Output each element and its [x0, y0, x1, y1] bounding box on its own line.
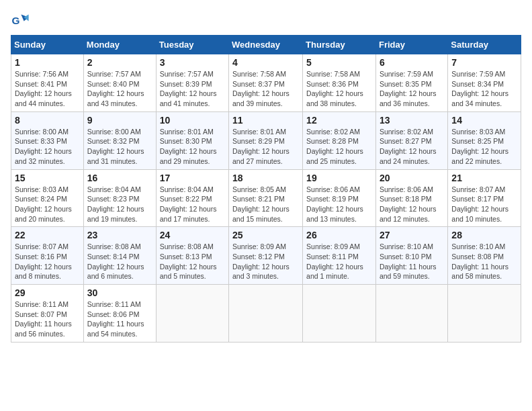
day-number: 2: [87, 57, 152, 68]
day-info: Sunrise: 8:04 AM Sunset: 8:22 PM Dayligh…: [160, 185, 225, 224]
day-info: Sunrise: 8:10 AM Sunset: 8:08 PM Dayligh…: [451, 242, 517, 281]
week-row-3: 15Sunrise: 8:03 AM Sunset: 8:24 PM Dayli…: [11, 169, 521, 227]
day-cell: 16Sunrise: 8:04 AM Sunset: 8:23 PM Dayli…: [83, 169, 156, 227]
day-info: Sunrise: 8:10 AM Sunset: 8:10 PM Dayligh…: [380, 242, 444, 281]
day-info: Sunrise: 8:06 AM Sunset: 8:19 PM Dayligh…: [306, 185, 372, 224]
day-cell: 10Sunrise: 8:01 AM Sunset: 8:30 PM Dayli…: [156, 111, 228, 169]
day-info: Sunrise: 8:03 AM Sunset: 8:24 PM Dayligh…: [15, 185, 80, 224]
day-number: 16: [87, 173, 152, 183]
day-cell: [229, 285, 303, 342]
day-cell: 20Sunrise: 8:06 AM Sunset: 8:18 PM Dayli…: [375, 169, 447, 227]
day-number: 15: [15, 173, 80, 183]
day-cell: 21Sunrise: 8:07 AM Sunset: 8:17 PM Dayli…: [448, 169, 521, 227]
day-cell: 8Sunrise: 8:00 AM Sunset: 8:33 PM Daylig…: [11, 111, 84, 169]
day-cell: 17Sunrise: 8:04 AM Sunset: 8:22 PM Dayli…: [156, 169, 228, 227]
day-cell: 5Sunrise: 7:58 AM Sunset: 8:36 PM Daylig…: [303, 54, 376, 112]
day-cell: 4Sunrise: 7:58 AM Sunset: 8:37 PM Daylig…: [229, 54, 303, 112]
day-number: 6: [380, 57, 444, 68]
day-cell: [156, 285, 228, 342]
calendar-header-row: SundayMondayTuesdayWednesdayThursdayFrid…: [11, 36, 521, 54]
day-cell: 6Sunrise: 7:59 AM Sunset: 8:35 PM Daylig…: [375, 54, 447, 112]
logo-icon: G: [11, 11, 30, 30]
day-number: 14: [451, 115, 517, 126]
day-info: Sunrise: 8:04 AM Sunset: 8:23 PM Dayligh…: [87, 185, 152, 224]
day-cell: 27Sunrise: 8:10 AM Sunset: 8:10 PM Dayli…: [375, 227, 447, 285]
day-number: 17: [160, 173, 225, 183]
day-number: 3: [160, 57, 225, 68]
day-info: Sunrise: 8:05 AM Sunset: 8:21 PM Dayligh…: [232, 185, 299, 224]
day-cell: [375, 285, 447, 342]
header-tuesday: Tuesday: [156, 36, 228, 54]
day-cell: [303, 285, 376, 342]
day-number: 23: [87, 230, 152, 240]
day-info: Sunrise: 8:09 AM Sunset: 8:11 PM Dayligh…: [306, 242, 372, 281]
day-info: Sunrise: 8:11 AM Sunset: 8:07 PM Dayligh…: [15, 300, 80, 339]
day-number: 11: [232, 115, 299, 126]
day-info: Sunrise: 8:07 AM Sunset: 8:17 PM Dayligh…: [451, 185, 517, 224]
day-cell: 28Sunrise: 8:10 AM Sunset: 8:08 PM Dayli…: [448, 227, 521, 285]
day-cell: 19Sunrise: 8:06 AM Sunset: 8:19 PM Dayli…: [303, 169, 376, 227]
header-thursday: Thursday: [303, 36, 376, 54]
day-info: Sunrise: 8:02 AM Sunset: 8:27 PM Dayligh…: [380, 127, 444, 167]
day-info: Sunrise: 8:00 AM Sunset: 8:33 PM Dayligh…: [15, 127, 80, 167]
day-cell: 25Sunrise: 8:09 AM Sunset: 8:12 PM Dayli…: [229, 227, 303, 285]
day-cell: 2Sunrise: 7:57 AM Sunset: 8:40 PM Daylig…: [83, 54, 156, 112]
day-cell: 22Sunrise: 8:07 AM Sunset: 8:16 PM Dayli…: [11, 227, 84, 285]
header-friday: Friday: [375, 36, 447, 54]
svg-text:G: G: [11, 15, 19, 26]
day-cell: 12Sunrise: 8:02 AM Sunset: 8:28 PM Dayli…: [303, 111, 376, 169]
day-number: 24: [160, 230, 225, 240]
day-number: 4: [232, 57, 299, 68]
day-number: 26: [306, 230, 372, 240]
day-cell: 18Sunrise: 8:05 AM Sunset: 8:21 PM Dayli…: [229, 169, 303, 227]
day-info: Sunrise: 8:11 AM Sunset: 8:06 PM Dayligh…: [87, 300, 152, 339]
day-info: Sunrise: 8:08 AM Sunset: 8:13 PM Dayligh…: [160, 242, 225, 281]
day-cell: 9Sunrise: 8:00 AM Sunset: 8:32 PM Daylig…: [83, 111, 156, 169]
day-number: 20: [380, 173, 444, 183]
header-wednesday: Wednesday: [229, 36, 303, 54]
week-row-2: 8Sunrise: 8:00 AM Sunset: 8:33 PM Daylig…: [11, 111, 521, 169]
week-row-1: 1Sunrise: 7:56 AM Sunset: 8:41 PM Daylig…: [11, 54, 521, 112]
day-number: 7: [451, 57, 517, 68]
day-info: Sunrise: 8:08 AM Sunset: 8:14 PM Dayligh…: [87, 242, 152, 281]
week-row-4: 22Sunrise: 8:07 AM Sunset: 8:16 PM Dayli…: [11, 227, 521, 285]
day-number: 29: [15, 287, 80, 298]
day-number: 5: [306, 57, 372, 68]
day-info: Sunrise: 7:58 AM Sunset: 8:37 PM Dayligh…: [232, 69, 299, 109]
day-cell: 30Sunrise: 8:11 AM Sunset: 8:06 PM Dayli…: [83, 285, 156, 342]
day-info: Sunrise: 7:59 AM Sunset: 8:35 PM Dayligh…: [380, 69, 444, 109]
calendar-body: 1Sunrise: 7:56 AM Sunset: 8:41 PM Daylig…: [11, 54, 521, 342]
day-cell: 26Sunrise: 8:09 AM Sunset: 8:11 PM Dayli…: [303, 227, 376, 285]
day-info: Sunrise: 8:07 AM Sunset: 8:16 PM Dayligh…: [15, 242, 80, 281]
day-number: 18: [232, 173, 299, 183]
day-cell: 15Sunrise: 8:03 AM Sunset: 8:24 PM Dayli…: [11, 169, 84, 227]
header-monday: Monday: [83, 36, 156, 54]
day-cell: 23Sunrise: 8:08 AM Sunset: 8:14 PM Dayli…: [83, 227, 156, 285]
day-cell: 14Sunrise: 8:03 AM Sunset: 8:25 PM Dayli…: [448, 111, 521, 169]
day-number: 19: [306, 173, 372, 183]
day-info: Sunrise: 8:01 AM Sunset: 8:29 PM Dayligh…: [232, 127, 299, 167]
day-cell: 29Sunrise: 8:11 AM Sunset: 8:07 PM Dayli…: [11, 285, 84, 342]
day-info: Sunrise: 8:01 AM Sunset: 8:30 PM Dayligh…: [160, 127, 225, 167]
day-info: Sunrise: 7:58 AM Sunset: 8:36 PM Dayligh…: [306, 69, 372, 109]
day-info: Sunrise: 8:03 AM Sunset: 8:25 PM Dayligh…: [451, 127, 517, 167]
day-number: 21: [451, 173, 517, 183]
day-number: 30: [87, 287, 152, 298]
day-number: 22: [15, 230, 80, 240]
logo: G: [11, 11, 32, 30]
day-info: Sunrise: 7:56 AM Sunset: 8:41 PM Dayligh…: [15, 69, 80, 109]
day-number: 13: [380, 115, 444, 126]
day-info: Sunrise: 8:09 AM Sunset: 8:12 PM Dayligh…: [232, 242, 299, 281]
header-sunday: Sunday: [11, 36, 84, 54]
day-number: 25: [232, 230, 299, 240]
day-cell: [448, 285, 521, 342]
day-number: 9: [87, 115, 152, 126]
day-cell: 24Sunrise: 8:08 AM Sunset: 8:13 PM Dayli…: [156, 227, 228, 285]
day-number: 12: [306, 115, 372, 126]
day-cell: 1Sunrise: 7:56 AM Sunset: 8:41 PM Daylig…: [11, 54, 84, 112]
header-saturday: Saturday: [448, 36, 521, 54]
day-number: 27: [380, 230, 444, 240]
week-row-5: 29Sunrise: 8:11 AM Sunset: 8:07 PM Dayli…: [11, 285, 521, 342]
calendar-table: SundayMondayTuesdayWednesdayThursdayFrid…: [11, 35, 521, 342]
day-cell: 13Sunrise: 8:02 AM Sunset: 8:27 PM Dayli…: [375, 111, 447, 169]
